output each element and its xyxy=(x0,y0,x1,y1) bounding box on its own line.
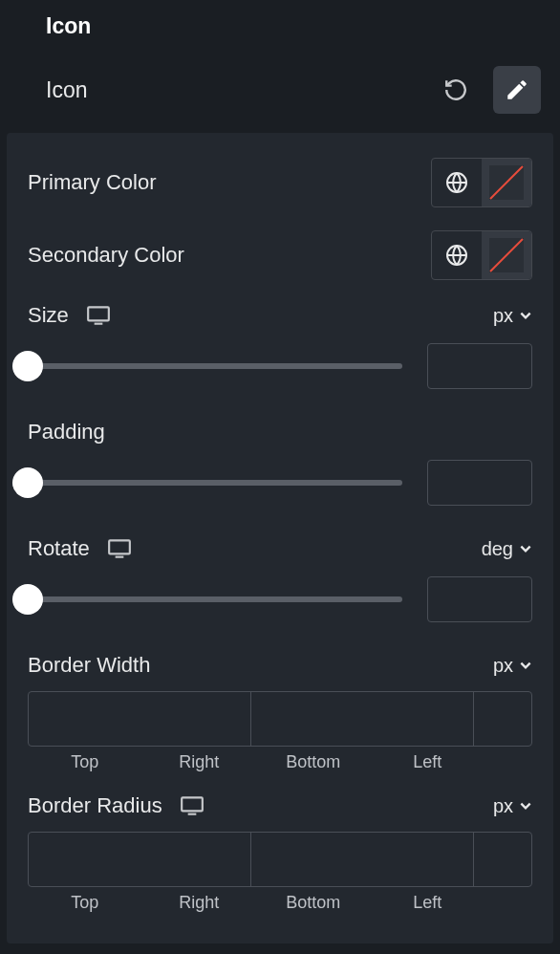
border-width-row: Border Width px xyxy=(28,653,532,678)
border-radius-right-label: Right xyxy=(142,893,257,913)
rotate-input[interactable] xyxy=(427,576,532,622)
chevron-down-icon xyxy=(519,799,532,813)
border-width-bottom-label: Bottom xyxy=(256,752,371,772)
reset-button[interactable] xyxy=(432,66,480,114)
border-radius-right-input[interactable] xyxy=(251,833,474,886)
primary-color-global-button[interactable] xyxy=(432,158,482,207)
svg-rect-2 xyxy=(88,307,109,320)
desktop-icon[interactable] xyxy=(107,538,132,559)
border-radius-top-label: Top xyxy=(28,893,142,913)
section-header: Icon xyxy=(32,0,541,58)
primary-color-label: Primary Color xyxy=(28,170,156,195)
secondary-color-row: Secondary Color xyxy=(28,230,532,280)
svg-rect-5 xyxy=(115,556,123,558)
edit-button[interactable] xyxy=(493,66,541,114)
padding-row: Padding xyxy=(28,420,532,444)
size-slider-thumb[interactable] xyxy=(12,351,43,381)
border-width-inputs xyxy=(28,691,532,747)
padding-slider-thumb[interactable] xyxy=(12,467,43,498)
size-slider-row xyxy=(28,343,532,389)
border-width-unit-label: px xyxy=(493,655,513,677)
primary-color-swatch[interactable] xyxy=(482,158,531,207)
rotate-label: Rotate xyxy=(28,536,90,561)
desktop-icon[interactable] xyxy=(180,795,205,816)
border-radius-row: Border Radius px xyxy=(28,793,532,818)
primary-color-row: Primary Color xyxy=(28,158,532,207)
svg-rect-4 xyxy=(109,540,130,553)
border-radius-top-input[interactable] xyxy=(29,833,251,886)
rotate-slider-thumb[interactable] xyxy=(12,584,43,615)
border-radius-bottom-label: Bottom xyxy=(256,893,371,913)
border-width-left-label: Left xyxy=(371,752,485,772)
icon-type-label: Icon xyxy=(46,77,87,103)
size-row: Size px xyxy=(28,303,532,328)
border-width-unit-select[interactable]: px xyxy=(493,655,532,677)
globe-icon xyxy=(445,171,468,194)
chevron-down-icon xyxy=(519,659,532,672)
size-unit-select[interactable]: px xyxy=(493,305,532,327)
rotate-unit-label: deg xyxy=(482,538,513,560)
border-width-top-label: Top xyxy=(28,752,142,772)
border-radius-unit-select[interactable]: px xyxy=(493,795,532,817)
icon-row: Icon xyxy=(32,58,541,133)
border-radius-side-labels: Top Right Bottom Left xyxy=(28,893,532,913)
secondary-color-global-button[interactable] xyxy=(432,230,482,280)
rotate-slider[interactable] xyxy=(28,596,402,602)
chevron-down-icon xyxy=(519,542,532,555)
rotate-row: Rotate deg xyxy=(28,536,532,561)
padding-slider[interactable] xyxy=(28,480,402,486)
rotate-unit-select[interactable]: deg xyxy=(482,538,532,560)
secondary-color-swatch[interactable] xyxy=(482,230,531,280)
border-width-bottom-input[interactable] xyxy=(474,692,532,746)
size-slider[interactable] xyxy=(28,363,402,369)
color-none-swatch xyxy=(489,238,524,272)
style-panel: Primary Color Secondary Color xyxy=(7,133,553,943)
border-width-label: Border Width xyxy=(28,653,150,678)
border-radius-label: Border Radius xyxy=(28,793,162,818)
primary-color-control xyxy=(431,158,532,207)
border-width-right-label: Right xyxy=(142,752,257,772)
padding-input[interactable] xyxy=(427,460,532,506)
svg-rect-7 xyxy=(187,813,196,815)
padding-slider-row xyxy=(28,460,532,506)
secondary-color-control xyxy=(431,230,532,280)
reset-icon xyxy=(443,77,468,102)
border-width-right-input[interactable] xyxy=(251,692,474,746)
section-title: Icon xyxy=(46,13,91,39)
border-radius-inputs xyxy=(28,832,532,887)
size-label: Size xyxy=(28,303,69,328)
border-width-top-input[interactable] xyxy=(29,692,251,746)
padding-label: Padding xyxy=(28,420,105,444)
size-input[interactable] xyxy=(427,343,532,389)
rotate-slider-row xyxy=(28,576,532,622)
border-width-side-labels: Top Right Bottom Left xyxy=(28,752,532,772)
globe-icon xyxy=(445,244,468,267)
chevron-down-icon xyxy=(519,309,532,322)
border-radius-unit-label: px xyxy=(493,795,513,817)
svg-rect-6 xyxy=(182,797,203,811)
svg-rect-3 xyxy=(94,323,102,325)
secondary-color-label: Secondary Color xyxy=(28,243,184,268)
border-radius-left-label: Left xyxy=(371,893,485,913)
size-unit-label: px xyxy=(493,305,513,327)
color-none-swatch xyxy=(489,165,524,200)
edit-icon xyxy=(505,77,529,102)
desktop-icon[interactable] xyxy=(86,305,111,326)
border-radius-bottom-input[interactable] xyxy=(474,833,532,886)
